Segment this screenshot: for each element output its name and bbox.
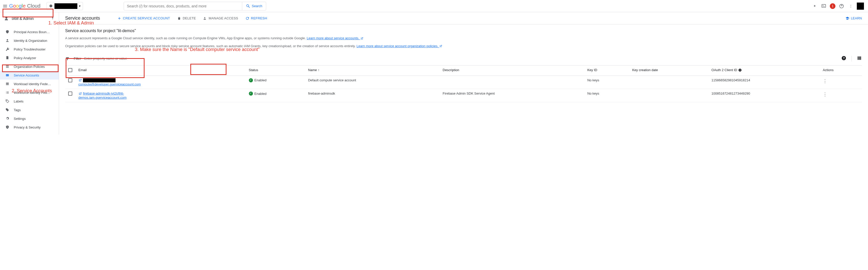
check-circle-icon: [249, 91, 253, 96]
workload-icon: [5, 82, 10, 86]
sidebar-item-workforce-identity[interactable]: Workforce Identity Fed…: [0, 88, 59, 97]
sidebar-item-settings[interactable]: Settings: [0, 114, 59, 123]
project-selector[interactable]: ▾: [46, 2, 83, 10]
search-button[interactable]: Search: [242, 2, 266, 10]
svg-text:?: ?: [739, 69, 741, 72]
iam-admin-icon: [4, 16, 9, 21]
sidebar-item-service-accounts[interactable]: Service Accounts: [0, 71, 59, 80]
learn-button[interactable]: LEARN: [845, 16, 862, 20]
filter-input[interactable]: [84, 57, 838, 60]
pin-icon[interactable]: [51, 16, 55, 21]
help-icon[interactable]: [838, 3, 845, 9]
sidebar-item-policy-troubleshooter[interactable]: Policy Troubleshooter: [0, 45, 59, 54]
notifications-badge[interactable]: 1: [830, 3, 835, 9]
svg-point-4: [7, 75, 7, 76]
help-circle-icon[interactable]: ?: [841, 56, 846, 61]
search-box[interactable]: Search: [124, 2, 266, 10]
help-circle-icon[interactable]: ?: [738, 68, 742, 72]
menu-icon[interactable]: [2, 3, 8, 9]
cell-name: Default compute service account: [305, 76, 440, 89]
external-link-icon: [79, 79, 82, 82]
wrench-icon: [5, 47, 10, 52]
email-link[interactable]: compute@developer.gserviceaccount.com: [79, 82, 141, 86]
col-status[interactable]: Status: [246, 65, 305, 76]
create-service-account-button[interactable]: CREATE SERVICE ACCOUNT: [117, 16, 170, 20]
sidebar-section-header[interactable]: IAM & Admin: [0, 12, 59, 25]
learn-more-link-1[interactable]: Learn more about service accounts.: [307, 36, 363, 40]
cell-email: firebase-adminsdk-jvt2t@lit-demos.iam.gs…: [75, 89, 246, 102]
cell-description: [440, 76, 584, 89]
svg-text:?: ?: [843, 56, 845, 60]
avatar-redacted[interactable]: [857, 3, 864, 10]
more-vert-icon[interactable]: ⋮: [848, 3, 854, 9]
col-keyid[interactable]: Key ID: [584, 65, 629, 76]
learn-more-link-2[interactable]: Learn more about service account organiz…: [356, 44, 442, 48]
hex-icon: [49, 4, 53, 8]
topbar: Google Cloud ▾ Search ✦ 1 ⋮: [0, 0, 868, 12]
svg-rect-11: [859, 56, 860, 60]
sort-arrow-up-icon: ↑: [318, 68, 320, 72]
person-circle-icon: [5, 38, 10, 43]
table-header-row: Email Status Name ↑ Description Key ID K…: [65, 65, 862, 76]
doc-search-icon: [5, 56, 10, 60]
project-name-redacted: [55, 3, 78, 9]
search-input[interactable]: [124, 4, 242, 8]
service-accounts-table: Email Status Name ↑ Description Key ID K…: [65, 65, 862, 102]
filter-icon[interactable]: [65, 56, 70, 61]
cell-keyid: No keys: [584, 76, 629, 89]
learn-icon: [845, 16, 849, 20]
row-actions-menu[interactable]: ⋮: [823, 92, 827, 97]
search-icon: [246, 4, 250, 8]
sidebar-item-tags[interactable]: Tags: [0, 106, 59, 114]
gcp-logo[interactable]: Google Cloud: [9, 3, 40, 9]
svg-point-7: [204, 17, 205, 18]
chevron-down-icon: ▾: [79, 4, 81, 8]
external-link-icon: [79, 92, 82, 96]
svg-rect-12: [860, 56, 861, 60]
sidebar-item-org-policies[interactable]: Organization Policies: [0, 62, 59, 71]
person-plus-icon: [203, 16, 207, 20]
delete-button[interactable]: DELETE: [177, 16, 196, 20]
page-title: Service accounts: [65, 16, 100, 21]
col-email[interactable]: Email: [75, 65, 246, 76]
cell-oauth: 100851672481273449290: [708, 89, 820, 102]
sidebar-section-title: IAM & Admin: [12, 16, 34, 21]
sidebar-item-principal-access[interactable]: Principal Access Boun…: [0, 28, 59, 36]
sidebar-item-workload-identity[interactable]: Workload Identity Fede…: [0, 80, 59, 88]
subheading: Service accounts for project "lit-demos": [65, 29, 862, 33]
sidebar-item-identity-org[interactable]: Identity & Organization: [0, 36, 59, 45]
col-name[interactable]: Name ↑: [305, 65, 440, 76]
svg-point-5: [6, 100, 7, 101]
cloud-shell-icon[interactable]: [821, 3, 827, 9]
row-checkbox[interactable]: [68, 91, 72, 96]
cell-keydate: [629, 89, 708, 102]
cell-description: Firebase Admin SDK Service Agent: [440, 89, 584, 102]
top-right-icons: ✦ 1 ⋮: [811, 3, 866, 10]
table-row[interactable]: firebase-adminsdk-jvt2t@lit-demos.iam.gs…: [65, 89, 862, 102]
desc-1: A service account represents a Google Cl…: [65, 36, 862, 41]
status-enabled: Enabled: [249, 91, 302, 96]
select-all-checkbox[interactable]: [68, 68, 72, 72]
filter-row: Filter ?: [65, 53, 862, 64]
desc-2: Organization policies can be used to sec…: [65, 44, 862, 49]
sidebar-item-labels[interactable]: Labels: [0, 97, 59, 106]
svg-rect-3: [6, 74, 9, 76]
refresh-button[interactable]: REFRESH: [245, 16, 267, 20]
row-actions-menu[interactable]: ⋮: [823, 79, 827, 84]
sidebar-item-privacy-security[interactable]: Privacy & Security: [0, 123, 59, 132]
external-link-icon: [360, 37, 363, 40]
col-oauth[interactable]: OAuth 2 Client ID ?: [708, 65, 820, 76]
sidebar-item-policy-analyzer[interactable]: Policy Analyzer: [0, 54, 59, 62]
manage-access-button[interactable]: MANAGE ACCESS: [203, 16, 238, 20]
column-selector-icon[interactable]: [857, 56, 862, 61]
status-enabled: Enabled: [249, 78, 302, 82]
col-keydate[interactable]: Key creation date: [629, 65, 708, 76]
row-checkbox[interactable]: [68, 78, 72, 82]
cell-keydate: [629, 76, 708, 89]
privacy-icon: [5, 125, 10, 130]
tag-icon: [5, 99, 10, 104]
table-row[interactable]: compute@developer.gserviceaccount.com En…: [65, 76, 862, 89]
email-link[interactable]: firebase-adminsdk-jvt2t@lit-demos.iam.gs…: [79, 91, 126, 100]
col-description[interactable]: Description: [440, 65, 584, 76]
gemini-icon[interactable]: ✦: [811, 3, 817, 9]
